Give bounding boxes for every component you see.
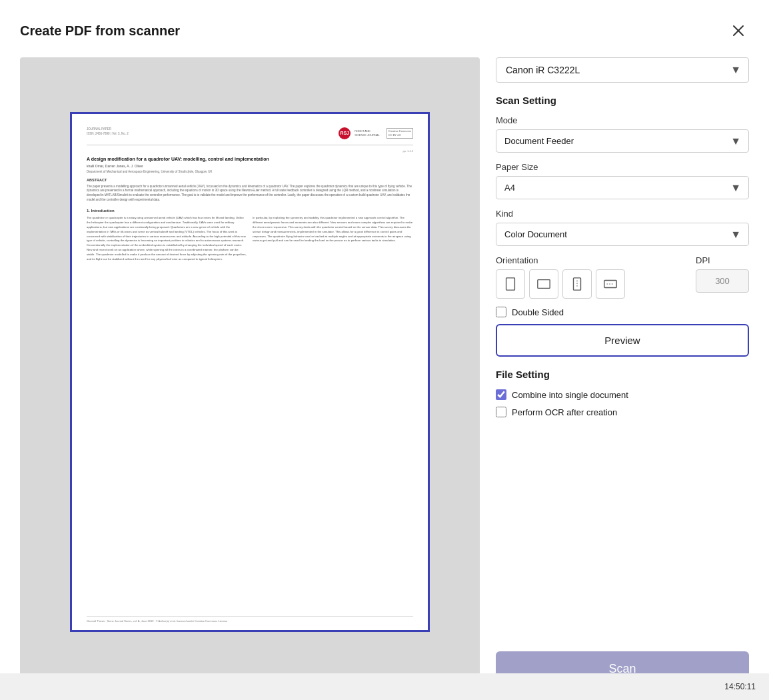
dialog-title: Create PDF from scanner <box>20 23 180 39</box>
mode-select-wrapper: Document Feeder Flatbed ▼ <box>496 129 749 153</box>
orientation-dpi-row: Orientation <box>496 255 749 299</box>
orientation-buttons <box>496 269 688 299</box>
close-icon <box>732 25 744 37</box>
doc-title-section: A design modification for a quadrotor UA… <box>87 156 413 174</box>
preview-area: JOURNAL PAPER ISSN: 2456-7890 | Vol. 3, … <box>20 57 480 687</box>
taskbar: 14:50:11 <box>0 673 769 700</box>
spacer <box>496 424 749 651</box>
orientation-rotated-landscape-btn[interactable] <box>596 269 625 299</box>
dpi-label: DPI <box>696 255 749 265</box>
taskbar-time: 14:50:11 <box>724 682 756 691</box>
orientation-label: Orientation <box>496 255 688 265</box>
rotated-portrait-icon <box>570 277 584 291</box>
mode-label: Mode <box>496 115 749 125</box>
double-sided-row: Double Sided <box>496 307 749 317</box>
combine-row: Combine into single document <box>496 389 749 400</box>
combine-checkbox[interactable] <box>496 389 506 400</box>
combine-label: Combine into single document <box>512 390 628 400</box>
kind-select-wrapper: Color Document Black & White Document Gr… <box>496 223 749 246</box>
paper-size-select-wrapper: A4 Letter Legal A3 ▼ <box>496 176 749 199</box>
orientation-group: Orientation <box>496 255 688 299</box>
doc-abstract-label: ABSTRACT <box>87 178 413 183</box>
doc-left-header: JOURNAL PAPER ISSN: 2456-7890 | Vol. 3, … <box>87 127 129 137</box>
paper-size-label: Paper Size <box>496 162 749 172</box>
mode-select[interactable]: Document Feeder Flatbed <box>496 129 749 153</box>
doc-affiliation: Department of Mechanical and Aerospace E… <box>87 170 413 174</box>
mode-field-group: Mode Document Feeder Flatbed ▼ <box>496 115 749 153</box>
svg-rect-2 <box>506 278 515 290</box>
rotated-landscape-icon <box>603 277 618 291</box>
orientation-portrait-btn[interactable] <box>496 269 525 299</box>
dpi-input[interactable] <box>696 269 749 293</box>
doc-body-col2: In particular, by exploiting the symmetr… <box>253 216 413 262</box>
paper-size-select[interactable]: A4 Letter Legal A3 <box>496 176 749 199</box>
scanner-select-wrapper: Canon iR C3222L Canon iR C3226L HP Laser… <box>496 57 749 83</box>
ocr-row: Perform OCR after creation <box>496 407 749 417</box>
close-button[interactable] <box>728 20 749 41</box>
doc-divider <box>87 145 413 145</box>
preview-button[interactable]: Preview <box>496 324 749 357</box>
scanner-select[interactable]: Canon iR C3222L Canon iR C3226L HP Laser… <box>496 57 749 83</box>
doc-header: JOURNAL PAPER ISSN: 2456-7890 | Vol. 3, … <box>87 127 413 139</box>
document-preview: JOURNAL PAPER ISSN: 2456-7890 | Vol. 3, … <box>70 112 430 632</box>
dialog-header: Create PDF from scanner <box>20 20 749 41</box>
doc-authors: khalil Omar, Darren Jones, A. J. Oliver <box>87 164 413 169</box>
ocr-label: Perform OCR after creation <box>512 407 617 417</box>
doc-footer: General Thesis · Some Journal Series, vo… <box>87 616 413 623</box>
double-sided-checkbox[interactable] <box>496 307 506 317</box>
settings-panel: Canon iR C3222L Canon iR C3226L HP Laser… <box>496 57 749 687</box>
ocr-checkbox[interactable] <box>496 407 506 417</box>
svg-rect-3 <box>538 280 550 289</box>
doc-two-col: The quadrotor or quadcopter is a rotary-… <box>87 216 413 262</box>
doc-main-title: A design modification for a quadrotor UA… <box>87 156 413 162</box>
paper-size-field-group: Paper Size A4 Letter Legal A3 ▼ <box>496 162 749 199</box>
dialog-body: JOURNAL PAPER ISSN: 2456-7890 | Vol. 3, … <box>20 57 749 687</box>
kind-label: Kind <box>496 209 749 219</box>
doc-body-col1: The quadrotor or quadcopter is a rotary-… <box>87 216 247 262</box>
rsj-logo: RSJ <box>339 127 351 139</box>
document-content: JOURNAL PAPER ISSN: 2456-7890 | Vol. 3, … <box>72 114 428 630</box>
file-setting-title: File Setting <box>496 369 749 380</box>
landscape-icon <box>536 277 551 291</box>
scan-setting-title: Scan Setting <box>496 95 749 106</box>
create-pdf-dialog: Create PDF from scanner JOURNAL PAPER IS… <box>0 0 769 700</box>
kind-select[interactable]: Color Document Black & White Document Gr… <box>496 223 749 246</box>
kind-field-group: Kind Color Document Black & White Docume… <box>496 209 749 246</box>
double-sided-label: Double Sided <box>512 307 564 317</box>
portrait-icon <box>503 277 518 291</box>
dpi-group: DPI <box>696 255 749 293</box>
orientation-rotated-portrait-btn[interactable] <box>562 269 592 299</box>
orientation-landscape-btn[interactable] <box>529 269 558 299</box>
doc-logo-area: RSJ ROBOT AND SCIENCE JOURNAL Creative C… <box>339 127 413 139</box>
doc-section-title: 1. Introduction <box>87 208 413 213</box>
doc-abstract-text: The paper presents a modelling approach … <box>87 185 413 203</box>
